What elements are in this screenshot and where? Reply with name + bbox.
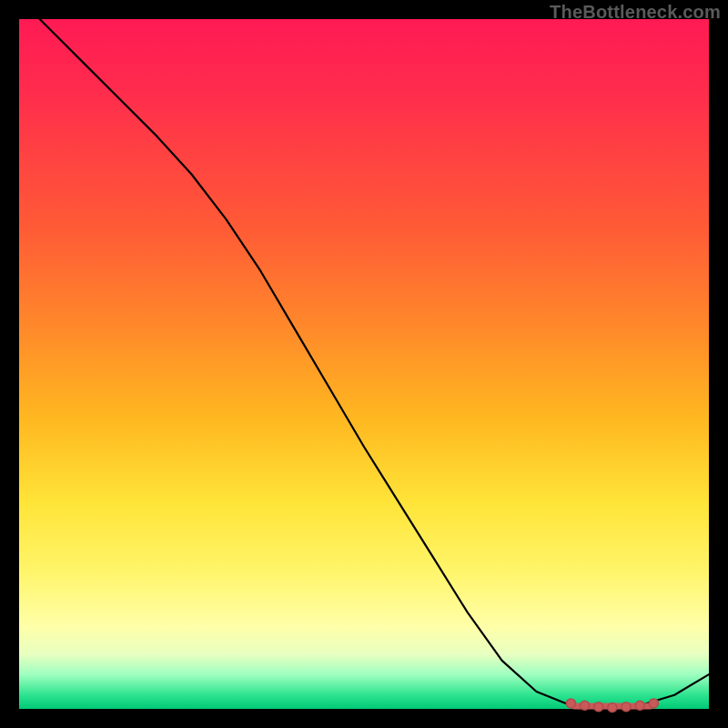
- chart-overlay: [19, 19, 709, 709]
- marker-dot: [608, 703, 617, 712]
- marker-dot: [581, 701, 590, 710]
- marker-dot: [566, 699, 575, 708]
- bottleneck-curve: [19, 0, 709, 709]
- marker-cluster: [566, 699, 658, 713]
- marker-dot: [649, 699, 658, 708]
- marker-dot: [622, 703, 631, 712]
- marker-dot: [635, 701, 644, 710]
- chart-frame: TheBottleneck.com: [0, 0, 728, 728]
- marker-dot: [594, 703, 603, 712]
- watermark-text: TheBottleneck.com: [550, 2, 721, 23]
